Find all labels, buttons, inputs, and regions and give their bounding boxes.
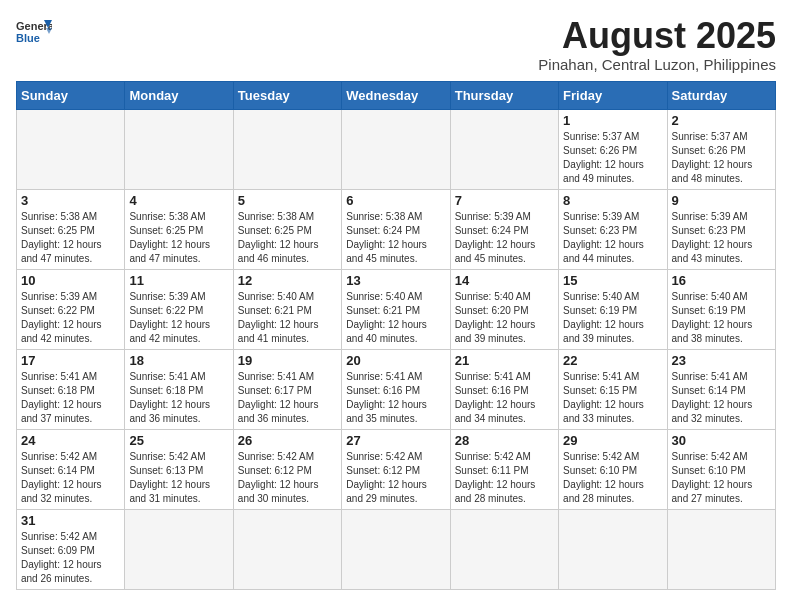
calendar-cell xyxy=(342,509,450,589)
calendar-week-0: 1Sunrise: 5:37 AM Sunset: 6:26 PM Daylig… xyxy=(17,109,776,189)
header-tuesday: Tuesday xyxy=(233,81,341,109)
calendar-cell xyxy=(342,109,450,189)
calendar-cell: 7Sunrise: 5:39 AM Sunset: 6:24 PM Daylig… xyxy=(450,189,558,269)
day-info: Sunrise: 5:42 AM Sunset: 6:14 PM Dayligh… xyxy=(21,450,120,506)
day-info: Sunrise: 5:42 AM Sunset: 6:12 PM Dayligh… xyxy=(238,450,337,506)
day-number: 30 xyxy=(672,433,771,448)
day-number: 20 xyxy=(346,353,445,368)
calendar-cell xyxy=(450,509,558,589)
day-number: 31 xyxy=(21,513,120,528)
day-number: 16 xyxy=(672,273,771,288)
calendar-cell xyxy=(667,509,775,589)
day-info: Sunrise: 5:40 AM Sunset: 6:21 PM Dayligh… xyxy=(238,290,337,346)
day-number: 15 xyxy=(563,273,662,288)
calendar-cell: 17Sunrise: 5:41 AM Sunset: 6:18 PM Dayli… xyxy=(17,349,125,429)
generalblue-logo-icon: General Blue xyxy=(16,16,52,46)
calendar-cell: 22Sunrise: 5:41 AM Sunset: 6:15 PM Dayli… xyxy=(559,349,667,429)
calendar-cell xyxy=(125,509,233,589)
day-number: 28 xyxy=(455,433,554,448)
day-number: 18 xyxy=(129,353,228,368)
day-info: Sunrise: 5:40 AM Sunset: 6:19 PM Dayligh… xyxy=(672,290,771,346)
day-number: 10 xyxy=(21,273,120,288)
day-number: 22 xyxy=(563,353,662,368)
calendar-cell xyxy=(450,109,558,189)
day-number: 11 xyxy=(129,273,228,288)
calendar-cell: 31Sunrise: 5:42 AM Sunset: 6:09 PM Dayli… xyxy=(17,509,125,589)
day-number: 3 xyxy=(21,193,120,208)
header-monday: Monday xyxy=(125,81,233,109)
calendar-cell: 27Sunrise: 5:42 AM Sunset: 6:12 PM Dayli… xyxy=(342,429,450,509)
day-info: Sunrise: 5:40 AM Sunset: 6:21 PM Dayligh… xyxy=(346,290,445,346)
calendar-cell xyxy=(559,509,667,589)
day-number: 9 xyxy=(672,193,771,208)
logo: General Blue xyxy=(16,16,52,46)
calendar-week-1: 3Sunrise: 5:38 AM Sunset: 6:25 PM Daylig… xyxy=(17,189,776,269)
day-info: Sunrise: 5:42 AM Sunset: 6:10 PM Dayligh… xyxy=(672,450,771,506)
calendar-cell: 29Sunrise: 5:42 AM Sunset: 6:10 PM Dayli… xyxy=(559,429,667,509)
calendar-cell: 3Sunrise: 5:38 AM Sunset: 6:25 PM Daylig… xyxy=(17,189,125,269)
day-info: Sunrise: 5:42 AM Sunset: 6:13 PM Dayligh… xyxy=(129,450,228,506)
calendar-cell: 14Sunrise: 5:40 AM Sunset: 6:20 PM Dayli… xyxy=(450,269,558,349)
calendar-header-row: SundayMondayTuesdayWednesdayThursdayFrid… xyxy=(17,81,776,109)
calendar-cell: 8Sunrise: 5:39 AM Sunset: 6:23 PM Daylig… xyxy=(559,189,667,269)
day-info: Sunrise: 5:41 AM Sunset: 6:14 PM Dayligh… xyxy=(672,370,771,426)
day-info: Sunrise: 5:41 AM Sunset: 6:18 PM Dayligh… xyxy=(21,370,120,426)
day-info: Sunrise: 5:38 AM Sunset: 6:25 PM Dayligh… xyxy=(21,210,120,266)
day-number: 27 xyxy=(346,433,445,448)
calendar-cell: 23Sunrise: 5:41 AM Sunset: 6:14 PM Dayli… xyxy=(667,349,775,429)
calendar-cell: 10Sunrise: 5:39 AM Sunset: 6:22 PM Dayli… xyxy=(17,269,125,349)
calendar-cell: 28Sunrise: 5:42 AM Sunset: 6:11 PM Dayli… xyxy=(450,429,558,509)
header: General Blue August 2025 Pinahan, Centra… xyxy=(16,16,776,73)
calendar-cell: 21Sunrise: 5:41 AM Sunset: 6:16 PM Dayli… xyxy=(450,349,558,429)
title-area: August 2025 Pinahan, Central Luzon, Phil… xyxy=(538,16,776,73)
day-info: Sunrise: 5:41 AM Sunset: 6:15 PM Dayligh… xyxy=(563,370,662,426)
calendar-cell: 16Sunrise: 5:40 AM Sunset: 6:19 PM Dayli… xyxy=(667,269,775,349)
calendar-cell: 24Sunrise: 5:42 AM Sunset: 6:14 PM Dayli… xyxy=(17,429,125,509)
calendar: SundayMondayTuesdayWednesdayThursdayFrid… xyxy=(16,81,776,590)
day-info: Sunrise: 5:42 AM Sunset: 6:09 PM Dayligh… xyxy=(21,530,120,586)
day-info: Sunrise: 5:39 AM Sunset: 6:24 PM Dayligh… xyxy=(455,210,554,266)
calendar-cell: 9Sunrise: 5:39 AM Sunset: 6:23 PM Daylig… xyxy=(667,189,775,269)
calendar-cell: 11Sunrise: 5:39 AM Sunset: 6:22 PM Dayli… xyxy=(125,269,233,349)
calendar-week-3: 17Sunrise: 5:41 AM Sunset: 6:18 PM Dayli… xyxy=(17,349,776,429)
day-info: Sunrise: 5:38 AM Sunset: 6:25 PM Dayligh… xyxy=(238,210,337,266)
calendar-cell: 4Sunrise: 5:38 AM Sunset: 6:25 PM Daylig… xyxy=(125,189,233,269)
calendar-week-4: 24Sunrise: 5:42 AM Sunset: 6:14 PM Dayli… xyxy=(17,429,776,509)
day-number: 25 xyxy=(129,433,228,448)
calendar-cell: 19Sunrise: 5:41 AM Sunset: 6:17 PM Dayli… xyxy=(233,349,341,429)
day-info: Sunrise: 5:40 AM Sunset: 6:19 PM Dayligh… xyxy=(563,290,662,346)
header-wednesday: Wednesday xyxy=(342,81,450,109)
calendar-cell: 6Sunrise: 5:38 AM Sunset: 6:24 PM Daylig… xyxy=(342,189,450,269)
calendar-cell: 2Sunrise: 5:37 AM Sunset: 6:26 PM Daylig… xyxy=(667,109,775,189)
calendar-cell: 12Sunrise: 5:40 AM Sunset: 6:21 PM Dayli… xyxy=(233,269,341,349)
day-number: 21 xyxy=(455,353,554,368)
calendar-cell: 5Sunrise: 5:38 AM Sunset: 6:25 PM Daylig… xyxy=(233,189,341,269)
day-info: Sunrise: 5:39 AM Sunset: 6:22 PM Dayligh… xyxy=(129,290,228,346)
calendar-cell xyxy=(17,109,125,189)
month-title: August 2025 xyxy=(538,16,776,56)
day-info: Sunrise: 5:41 AM Sunset: 6:18 PM Dayligh… xyxy=(129,370,228,426)
day-number: 6 xyxy=(346,193,445,208)
day-number: 12 xyxy=(238,273,337,288)
day-info: Sunrise: 5:38 AM Sunset: 6:24 PM Dayligh… xyxy=(346,210,445,266)
day-number: 7 xyxy=(455,193,554,208)
day-number: 26 xyxy=(238,433,337,448)
day-number: 24 xyxy=(21,433,120,448)
calendar-cell: 26Sunrise: 5:42 AM Sunset: 6:12 PM Dayli… xyxy=(233,429,341,509)
day-number: 5 xyxy=(238,193,337,208)
day-info: Sunrise: 5:37 AM Sunset: 6:26 PM Dayligh… xyxy=(672,130,771,186)
day-number: 14 xyxy=(455,273,554,288)
day-info: Sunrise: 5:39 AM Sunset: 6:22 PM Dayligh… xyxy=(21,290,120,346)
calendar-cell: 1Sunrise: 5:37 AM Sunset: 6:26 PM Daylig… xyxy=(559,109,667,189)
day-number: 8 xyxy=(563,193,662,208)
header-saturday: Saturday xyxy=(667,81,775,109)
day-info: Sunrise: 5:42 AM Sunset: 6:12 PM Dayligh… xyxy=(346,450,445,506)
day-number: 17 xyxy=(21,353,120,368)
day-number: 13 xyxy=(346,273,445,288)
calendar-cell xyxy=(125,109,233,189)
calendar-cell: 15Sunrise: 5:40 AM Sunset: 6:19 PM Dayli… xyxy=(559,269,667,349)
day-number: 29 xyxy=(563,433,662,448)
calendar-cell xyxy=(233,509,341,589)
day-info: Sunrise: 5:42 AM Sunset: 6:11 PM Dayligh… xyxy=(455,450,554,506)
calendar-cell: 30Sunrise: 5:42 AM Sunset: 6:10 PM Dayli… xyxy=(667,429,775,509)
